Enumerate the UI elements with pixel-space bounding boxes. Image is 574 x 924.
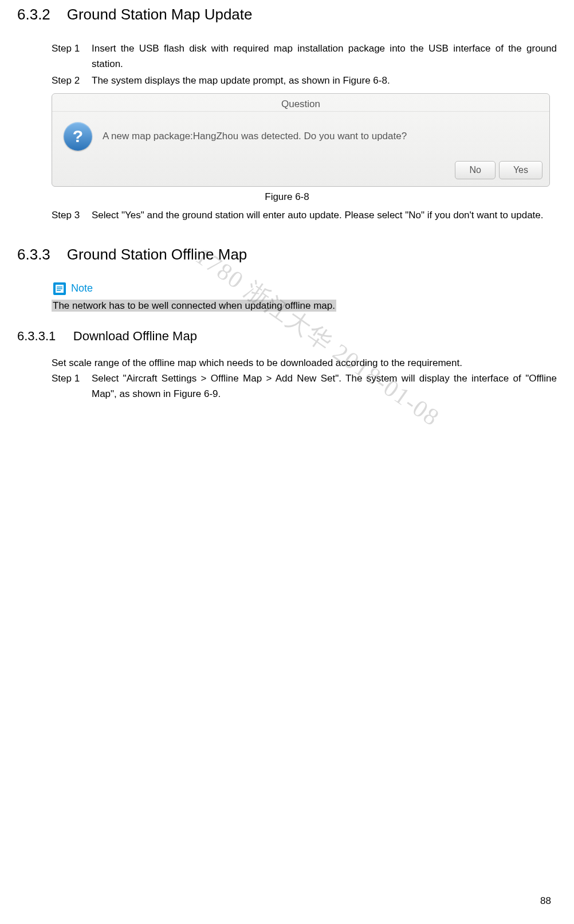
note-label: Note (71, 282, 93, 294)
step-row: Step 3 Select "Yes" and the ground stati… (52, 207, 557, 223)
step-text: Select "Aircraft Settings > Offline Map … (92, 371, 557, 402)
heading-number: 6.3.3.1 (17, 329, 56, 343)
page-number: 88 (540, 895, 551, 907)
heading-6-3-3-1: 6.3.3.1 Download Offline Map (17, 329, 557, 344)
dialog-figure: Question ? A new map package:HangZhou wa… (52, 93, 557, 187)
question-dialog: Question ? A new map package:HangZhou wa… (52, 93, 550, 187)
note-text: The network has to be well connected whe… (52, 300, 336, 312)
heading-number: 6.3.2 (17, 6, 50, 23)
heading-number: 6.3.3 (17, 246, 50, 263)
question-icon: ? (64, 122, 92, 151)
intro-6331: Set scale range of the offline map which… (52, 355, 557, 371)
step-text: Select "Yes" and the ground station will… (92, 207, 557, 223)
yes-button[interactable]: Yes (499, 161, 542, 179)
step-label: Step 3 (52, 207, 92, 223)
dialog-message: A new map package:HangZhou was detected.… (103, 131, 407, 142)
note-block: Note The network has to be well connecte… (52, 281, 557, 312)
heading-6-3-2: 6.3.2 Ground Station Map Update (17, 6, 557, 23)
heading-title: Ground Station Map Update (67, 6, 253, 23)
dialog-body: ? A new map package:HangZhou was detecte… (52, 112, 549, 156)
heading-title: Download Offline Map (73, 329, 197, 343)
dialog-buttons: No Yes (52, 156, 549, 186)
steps-6331: Step 1 Select "Aircraft Settings > Offli… (52, 371, 557, 402)
note-icon (52, 281, 68, 297)
step-label: Step 2 (52, 73, 92, 88)
step-row: Step 2 The system displays the map updat… (52, 73, 557, 88)
no-button[interactable]: No (455, 161, 495, 179)
note-head: Note (52, 281, 557, 297)
steps-632: Step 1 Insert the USB flash disk with re… (52, 41, 557, 89)
step-label: Step 1 (52, 41, 92, 72)
heading-title: Ground Station Offline Map (67, 246, 247, 263)
step-text: The system displays the map update promp… (92, 73, 557, 88)
heading-6-3-3: 6.3.3 Ground Station Offline Map (17, 246, 557, 264)
dialog-title: Question (52, 94, 549, 112)
step-text: Insert the USB flash disk with required … (92, 41, 557, 72)
step-label: Step 1 (52, 371, 92, 402)
step-row: Step 1 Insert the USB flash disk with re… (52, 41, 557, 72)
figure-caption: Figure 6-8 (17, 191, 557, 203)
steps-632b: Step 3 Select "Yes" and the ground stati… (52, 207, 557, 223)
step-row: Step 1 Select "Aircraft Settings > Offli… (52, 371, 557, 402)
